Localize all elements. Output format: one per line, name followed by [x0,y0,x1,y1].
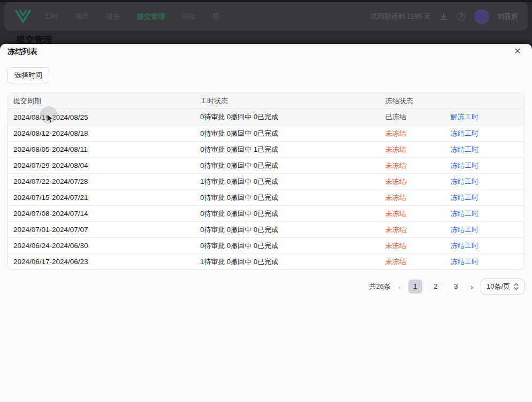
cell-submission-period: 2024/08/12-2024/08/18 [8,129,195,137]
cell-action: 冻结工时 [445,257,524,267]
pagination-total: 共26条 [369,282,390,291]
cell-freeze-status: 未冻结 [380,193,445,203]
freeze-list-modal: 冻结列表 ✕ 选择时间 提交周期 工时状态 冻结状态 2024/08/19-20… [0,44,532,402]
cell-freeze-status: 未冻结 [380,129,445,138]
cell-action: 冻结工时 [445,161,524,171]
mouse-cursor [47,113,54,124]
freeze-hours-link[interactable]: 冻结工时 [451,177,478,185]
user-name[interactable]: 刘丽辉 [497,12,518,21]
freeze-hours-link[interactable]: 冻结工时 [451,161,478,169]
close-icon[interactable]: ✕ [512,46,523,57]
nav-item-approval[interactable]: 审批 [182,12,196,21]
column-header-period: 提交周期 [8,96,195,106]
cell-hours-status: 0待审批 0撤回中 0已完成 [195,209,380,219]
cell-submission-period: 2024/07/15-2024/07/21 [8,194,195,202]
table-body: 2024/08/19-2024/08/250待审批 0撤回中 0已完成已冻结解冻… [8,109,524,269]
cell-action: 冻结工时 [445,129,524,138]
cell-freeze-status: 未冻结 [380,241,445,251]
table-row: 2024/08/05-2024/08/110待审批 0撤回中 1已完成未冻结冻结… [8,141,524,157]
trial-period-text: 试用期还剩 1195 天 [370,12,431,21]
download-icon[interactable] [439,12,449,21]
cell-action: 冻结工时 [445,209,524,219]
prev-page-icon[interactable]: ‹ [397,283,402,291]
cell-submission-period: 2024/06/24-2024/06/30 [8,242,195,250]
cell-submission-period: 2024/06/17-2024/06/23 [8,258,195,266]
freeze-hours-link[interactable]: 冻结工时 [451,145,478,153]
cell-action: 冻结工时 [445,193,524,203]
cell-freeze-status: 未冻结 [380,145,445,154]
page-size-value: 10条/页 [487,282,510,291]
select-time-button[interactable]: 选择时间 [7,67,49,83]
nav-item-reports[interactable]: 报告 [106,12,120,21]
cell-action: 冻结工时 [445,241,524,251]
page-button-1[interactable]: 1 [408,280,422,293]
table-header-row: 提交周期 工时状态 冻结状态 [8,93,524,109]
cell-submission-period: 2024/08/05-2024/08/11 [8,145,195,153]
cell-freeze-status: 未冻结 [380,177,445,187]
cell-freeze-status: 未冻结 [380,257,445,267]
page-button-3[interactable]: 3 [449,280,463,293]
modal-title: 冻结列表 [7,47,37,56]
settings-gear-icon[interactable]: ⚙ [212,12,220,21]
table-row: 2024/07/22-2024/07/281待审批 0撤回中 0已完成未冻结冻结… [8,173,524,189]
table-row: 2024/08/19-2024/08/250待审批 0撤回中 0已完成已冻结解冻… [8,109,524,125]
user-avatar[interactable] [474,9,489,24]
freeze-table: 提交周期 工时状态 冻结状态 2024/08/19-2024/08/250待审批… [7,92,525,270]
cell-hours-status: 0待审批 0撤回中 0已完成 [195,241,380,251]
cell-freeze-status: 已冻结 [380,112,445,122]
cell-hours-status: 1待审批 0撤回中 0已完成 [195,177,380,187]
column-header-hours-status: 工时状态 [195,96,380,106]
freeze-hours-link[interactable]: 冻结工时 [451,210,478,218]
table-row: 2024/07/15-2024/07/210待审批 0撤回中 0已完成未冻结冻结… [8,189,524,205]
cell-submission-period: 2024/07/22-2024/07/28 [8,177,195,185]
brand-logo-icon [14,9,32,25]
modal-header: 冻结列表 ✕ [7,44,525,57]
nav-item-projects[interactable]: 项目 [75,12,89,21]
freeze-hours-link[interactable]: 冻结工时 [451,194,478,202]
cell-action: 解冻工时 [445,112,524,122]
nav-item-submission-management[interactable]: 提交管理 [137,12,165,21]
unfreeze-hours-link[interactable]: 解冻工时 [451,113,478,121]
cell-freeze-status: 未冻结 [380,225,445,235]
cell-hours-status: 0待审批 0撤回中 0已完成 [195,193,380,203]
help-question-glyph: ? [457,12,466,21]
cell-freeze-status: 未冻结 [380,161,445,171]
page-size-select[interactable]: 10条/页 [481,279,525,295]
top-navigation-bar: 工时 项目 报告 提交管理 审批 ⚙ 试用期还剩 1195 天 ? 刘丽辉 [4,2,528,30]
cell-action: 冻结工时 [445,145,524,154]
cell-submission-period: 2024/07/29-2024/08/04 [8,161,195,169]
pagination: 共26条 ‹ 1 2 3 › 10条/页 [7,279,525,295]
table-row: 2024/08/12-2024/08/180待审批 0撤回中 0已完成未冻结冻结… [8,125,524,141]
cell-hours-status: 0待审批 0撤回中 0已完成 [195,112,380,122]
page-button-2[interactable]: 2 [429,280,443,293]
cell-hours-status: 0待审批 0撤回中 0已完成 [195,161,380,171]
freeze-hours-link[interactable]: 冻结工时 [451,242,478,250]
cell-hours-status: 1待审批 0撤回中 0已完成 [195,257,380,267]
help-icon[interactable]: ? [457,12,466,21]
freeze-hours-link[interactable]: 冻结工时 [451,129,478,137]
freeze-hours-link[interactable]: 冻结工时 [451,258,478,266]
main-nav: 工时 项目 报告 提交管理 审批 [44,12,196,21]
freeze-hours-link[interactable]: 冻结工时 [451,226,478,234]
cell-hours-status: 0待审批 0撤回中 1已完成 [195,145,380,154]
table-row: 2024/07/29-2024/08/040待审批 0撤回中 0已完成未冻结冻结… [8,157,524,173]
table-row: 2024/06/24-2024/06/300待审批 0撤回中 0已完成未冻结冻结… [8,237,524,253]
table-row: 2024/07/01-2024/07/070待审批 0撤回中 0已完成未冻结冻结… [8,221,524,237]
app-window: 工时 项目 报告 提交管理 审批 ⚙ 试用期还剩 1195 天 ? 刘丽辉 [0,0,532,402]
cell-submission-period: 2024/07/01-2024/07/07 [8,226,195,234]
cell-action: 冻结工时 [445,177,524,187]
table-row: 2024/06/17-2024/06/231待审批 0撤回中 0已完成未冻结冻结… [8,253,524,269]
updown-chevron-icon [514,283,519,290]
cell-freeze-status: 未冻结 [380,209,445,219]
next-page-icon[interactable]: › [469,283,474,291]
nav-item-hours[interactable]: 工时 [44,12,58,21]
cell-action: 冻结工时 [445,225,524,235]
cell-hours-status: 0待审批 0撤回中 0已完成 [195,225,380,235]
cell-submission-period: 2024/08/19-2024/08/25 [8,113,195,121]
table-row: 2024/07/08-2024/07/140待审批 0撤回中 0已完成未冻结冻结… [8,205,524,221]
cell-submission-period: 2024/07/08-2024/07/14 [8,210,195,218]
topbar-right: 试用期还剩 1195 天 ? 刘丽辉 [370,9,518,24]
cell-hours-status: 0待审批 0撤回中 0已完成 [195,129,380,138]
column-header-freeze-status: 冻结状态 [380,96,445,106]
